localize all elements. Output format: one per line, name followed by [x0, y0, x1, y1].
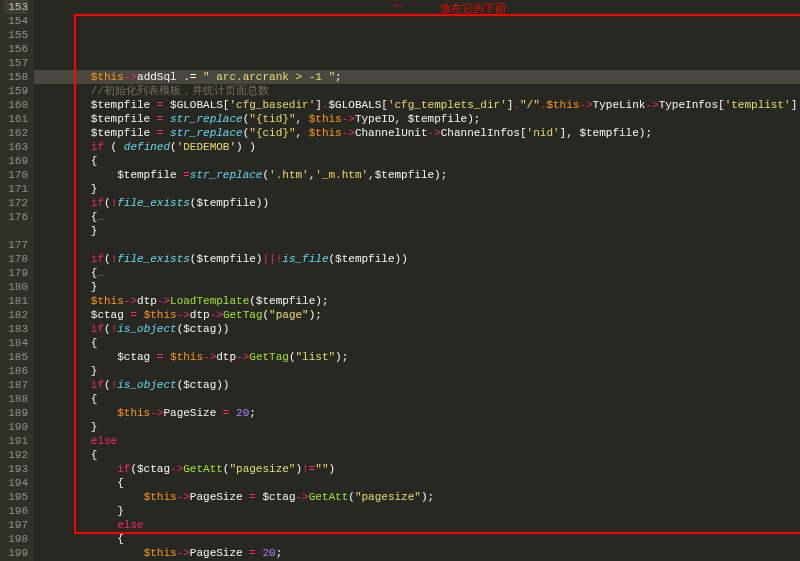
code-line[interactable]: if($ctag->GetAtt("pagesize")!=""): [34, 462, 800, 476]
code-line[interactable]: if(!is_object($ctag)): [34, 378, 800, 392]
line-number: 184: [4, 336, 28, 350]
line-number: 185: [4, 350, 28, 364]
code-line[interactable]: $tempfile = $GLOBALS['cfg_basedir'].$GLO…: [34, 98, 800, 112]
line-number: 172: [4, 196, 28, 210]
line-number: 188: [4, 392, 28, 406]
code-line[interactable]: {…: [34, 266, 800, 280]
line-number: 198: [4, 532, 28, 546]
code-line[interactable]: $this->addSql .= " arc.arcrank > -1 ";: [34, 70, 800, 84]
line-number: 157: [4, 56, 28, 70]
code-line[interactable]: else: [34, 518, 800, 532]
code-line[interactable]: {: [34, 336, 800, 350]
code-line[interactable]: }: [34, 280, 800, 294]
annotation-arrow-icon: ←: [394, 0, 402, 12]
line-number: 159: [4, 84, 28, 98]
line-number: 160: [4, 98, 28, 112]
code-line[interactable]: {: [34, 392, 800, 406]
line-number: 170: [4, 168, 28, 182]
code-line[interactable]: $this->dtp->LoadTemplate($tempfile);: [34, 294, 800, 308]
code-line[interactable]: $ctag = $this->dtp->GetTag("list");: [34, 350, 800, 364]
code-area[interactable]: ← 放在它的下面 $this->addSql .= " arc.arcrank …: [34, 0, 800, 561]
code-line[interactable]: }: [34, 420, 800, 434]
line-number: 195: [4, 490, 28, 504]
line-number: 181: [4, 294, 28, 308]
line-number: 158: [4, 70, 28, 84]
code-line[interactable]: if(!is_object($ctag)): [34, 322, 800, 336]
code-line[interactable]: $this->PageSize = 20;: [34, 406, 800, 420]
line-number: 186: [4, 364, 28, 378]
line-number: 179: [4, 266, 28, 280]
code-line[interactable]: $this->PageSize = $ctag->GetAtt("pagesiz…: [34, 490, 800, 504]
line-number: 190: [4, 420, 28, 434]
line-number: 153: [4, 0, 28, 14]
line-number: 194: [4, 476, 28, 490]
line-number: 193: [4, 462, 28, 476]
line-number: 161: [4, 112, 28, 126]
line-number: 192: [4, 448, 28, 462]
line-number: 178: [4, 252, 28, 266]
code-line[interactable]: if(!file_exists($tempfile)||!is_file($te…: [34, 252, 800, 266]
line-number: 154: [4, 14, 28, 28]
code-line[interactable]: else: [34, 434, 800, 448]
code-line[interactable]: if(!file_exists($tempfile)): [34, 196, 800, 210]
code-line[interactable]: //初始化列表模板，并统计页面总数: [34, 84, 800, 98]
code-line[interactable]: }: [34, 224, 800, 238]
line-number: [4, 224, 28, 238]
code-line[interactable]: $tempfile = str_replace("{cid}", $this->…: [34, 126, 800, 140]
code-line[interactable]: if ( defined('DEDEMOB') ): [34, 140, 800, 154]
code-line[interactable]: }: [34, 182, 800, 196]
code-line[interactable]: {…: [34, 210, 800, 224]
line-number: 189: [4, 406, 28, 420]
code-line[interactable]: {: [34, 476, 800, 490]
code-line[interactable]: }: [34, 504, 800, 518]
line-number: 180: [4, 280, 28, 294]
code-line[interactable]: [34, 238, 800, 252]
line-number: 171: [4, 182, 28, 196]
line-number: 155: [4, 28, 28, 42]
code-line[interactable]: $tempfile = str_replace("{tid}", $this->…: [34, 112, 800, 126]
code-line[interactable]: }: [34, 364, 800, 378]
line-number: 156: [4, 42, 28, 56]
line-number: 177: [4, 238, 28, 252]
line-number: 197: [4, 518, 28, 532]
code-line[interactable]: {: [34, 532, 800, 546]
line-number: 176: [4, 210, 28, 224]
line-number: 183: [4, 322, 28, 336]
line-number: 162: [4, 126, 28, 140]
line-number: 191: [4, 434, 28, 448]
code-editor[interactable]: 1531541551561571581591601611621631691701…: [0, 0, 800, 561]
code-line[interactable]: $ctag = $this->dtp->GetTag("page");: [34, 308, 800, 322]
line-number: 163: [4, 140, 28, 154]
line-number: 182: [4, 308, 28, 322]
line-number: 199: [4, 546, 28, 560]
code-line[interactable]: $this->PageSize = 20;: [34, 546, 800, 560]
code-line[interactable]: $tempfile =str_replace('.htm','_m.htm',$…: [34, 168, 800, 182]
annotation-text: 放在它的下面: [440, 1, 506, 15]
line-number: 187: [4, 378, 28, 392]
line-number-gutter: 1531541551561571581591601611621631691701…: [0, 0, 34, 561]
code-line[interactable]: {: [34, 154, 800, 168]
code-line[interactable]: {: [34, 448, 800, 462]
line-number: 196: [4, 504, 28, 518]
line-number: 169: [4, 154, 28, 168]
